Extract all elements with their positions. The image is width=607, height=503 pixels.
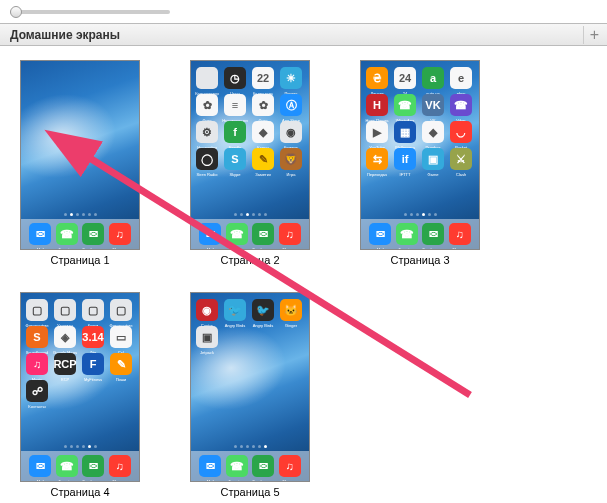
app-icon[interactable]: FMyFitness (82, 353, 104, 375)
app-label: Сообщения (250, 247, 276, 250)
app-icon[interactable]: ☎WhatsApp (394, 94, 416, 116)
app-icon[interactable]: ☎Телефон (56, 223, 78, 245)
app-icon[interactable]: ▢Книги (82, 299, 104, 321)
home-screen-page[interactable]: ▢Фотография▢Утилиты▢Книги▢ФотографияSSou… (20, 292, 140, 498)
app-icon[interactable]: ♫Музыка (109, 455, 131, 477)
app-icon[interactable]: ✎Пиши (110, 353, 132, 375)
app-label: Телефон (394, 247, 420, 250)
app-icon[interactable]: 🐦Angry Birds (224, 299, 246, 321)
app-icon[interactable]: ✿Фото (252, 94, 274, 116)
page-label: Страница 1 (20, 254, 140, 266)
app-icon[interactable]: ♫Музыка (449, 223, 471, 245)
app-icon[interactable]: ◆Dropbox (422, 121, 444, 143)
home-screens-grid: ✉Mail☎Телефон✉Сообщения♫МузыкаСтраница 1… (0, 46, 607, 503)
app-label: Музыка (277, 479, 303, 482)
app-icon[interactable]: ☎Телефон (226, 455, 248, 477)
app-icon[interactable]: ▢Фотография (26, 299, 48, 321)
app-icon[interactable]: ⚔Clash (450, 148, 472, 170)
app-icon[interactable]: ▭Cal (110, 326, 132, 348)
app-icon[interactable]: ⒶApp Store (280, 94, 302, 116)
app-icon[interactable]: VKVK (422, 94, 444, 116)
app-icon[interactable]: ▦Wallpapers (394, 121, 416, 143)
home-screen-page[interactable]: ◉Contra🐦Angry Birds🐦Angry Birds🐱Ginger▣J… (190, 292, 310, 498)
app-icon[interactable]: ◆Карты (252, 121, 274, 143)
home-screen-page[interactable]: ✉Mail☎Телефон✉Сообщения♫МузыкаСтраница 1 (20, 60, 140, 266)
app-icon[interactable]: ⚙Настройки (196, 121, 218, 143)
app-icon[interactable]: ◉Contra (196, 299, 218, 321)
app-icon[interactable]: ⇆Перекидач (366, 148, 388, 170)
app-icon[interactable]: 2424 (394, 67, 416, 89)
app-grid: Калькулятор◷Часы22Календарь☀Погода✿Фото≡… (196, 67, 304, 170)
app-label: Mail (197, 479, 223, 482)
app-label: Mail (367, 247, 393, 250)
dock: ✉Mail☎Телефон✉Сообщения♫Музыка (191, 451, 309, 481)
plus-icon: + (590, 26, 599, 44)
app-label: Телефон (54, 479, 80, 482)
app-icon[interactable]: ✉Mail (29, 223, 51, 245)
app-icon[interactable]: ♫Музыка (109, 223, 131, 245)
zoom-slider[interactable] (10, 10, 170, 14)
app-icon[interactable]: ▢Утилиты (54, 299, 76, 321)
app-icon[interactable]: ≡Напоминания (224, 94, 246, 116)
screen-thumbnail[interactable]: ₴Деньги2424aauto.uaeebayННова Пошта☎What… (360, 60, 480, 250)
app-icon[interactable]: 🦁Игра (280, 148, 302, 170)
app-icon[interactable]: ✉Сообщения (82, 223, 104, 245)
app-icon[interactable]: 🐦Angry Birds (252, 299, 274, 321)
app-icon[interactable]: ◈Google Maps (54, 326, 76, 348)
add-page-button[interactable]: + (583, 26, 601, 44)
home-screen-page[interactable]: Калькулятор◷Часы22Календарь☀Погода✿Фото≡… (190, 60, 310, 266)
app-icon[interactable]: 🐱Ginger (280, 299, 302, 321)
app-icon[interactable]: ☎Viber (450, 94, 472, 116)
app-icon[interactable]: 3.14Zite (82, 326, 104, 348)
app-icon[interactable]: ✉Mail (199, 455, 221, 477)
app-icon[interactable]: ♫Музыка (279, 455, 301, 477)
app-icon[interactable]: ifIFTTT (394, 148, 416, 170)
app-icon[interactable]: ✉Mail (199, 223, 221, 245)
dock: ✉Mail☎Телефон✉Сообщения♫Музыка (21, 219, 139, 249)
app-icon[interactable]: fFeedly (224, 121, 246, 143)
app-icon[interactable]: ◷Часы (224, 67, 246, 89)
app-label: Заметки (250, 172, 276, 177)
app-icon[interactable]: ✉Mail (369, 223, 391, 245)
page-indicator (191, 445, 309, 448)
app-icon[interactable]: 22Календарь (252, 67, 274, 89)
app-icon[interactable]: ▶YouTube (366, 121, 388, 143)
app-icon[interactable]: ☀Погода (280, 67, 302, 89)
screen-thumbnail[interactable]: ◉Contra🐦Angry Birds🐦Angry Birds🐱Ginger▣J… (190, 292, 310, 482)
app-icon[interactable]: ◯Siren Radio (196, 148, 218, 170)
app-icon[interactable]: aauto.ua (422, 67, 444, 89)
screen-thumbnail[interactable]: ✉Mail☎Телефон✉Сообщения♫Музыка (20, 60, 140, 250)
app-icon[interactable]: ▢Фотография (110, 299, 132, 321)
app-icon[interactable]: ✿Фото (196, 94, 218, 116)
app-icon[interactable]: RCPRCP (54, 353, 76, 375)
app-label: Музыка (107, 479, 133, 482)
app-icon[interactable]: ✉Сообщения (82, 455, 104, 477)
app-icon[interactable]: ☎Телефон (226, 223, 248, 245)
screen-thumbnail[interactable]: Калькулятор◷Часы22Календарь☀Погода✿Фото≡… (190, 60, 310, 250)
home-screen-page[interactable]: ₴Деньги2424aauto.uaeebayННова Пошта☎What… (360, 60, 480, 266)
app-icon[interactable]: ₴Деньги (366, 67, 388, 89)
app-icon[interactable]: SSoundhound (26, 326, 48, 348)
app-icon[interactable]: ✉Mail (29, 455, 51, 477)
app-icon[interactable]: eebay (450, 67, 472, 89)
zoom-slider-thumb[interactable] (10, 6, 22, 18)
app-label: IFTTT (392, 172, 418, 177)
app-icon[interactable]: ▣Jetpack (196, 326, 218, 348)
app-icon[interactable]: ННова Пошта (366, 94, 388, 116)
app-icon[interactable]: ☍Контакты (26, 380, 48, 402)
app-icon[interactable]: ✉Сообщения (252, 223, 274, 245)
app-icon[interactable]: ▣Game (422, 148, 444, 170)
app-icon[interactable]: ✉Сообщения (252, 455, 274, 477)
app-icon[interactable]: ♫Music (26, 353, 48, 375)
app-icon[interactable]: Калькулятор (196, 67, 218, 89)
app-icon[interactable]: ☎Телефон (396, 223, 418, 245)
dock: ✉Mail☎Телефон✉Сообщения♫Музыка (191, 219, 309, 249)
app-icon[interactable]: ♫Музыка (279, 223, 301, 245)
app-icon[interactable]: ◡Pocket (450, 121, 472, 143)
app-icon[interactable]: ✎Заметки (252, 148, 274, 170)
app-icon[interactable]: SSkype (224, 148, 246, 170)
app-icon[interactable]: ✉Сообщения (422, 223, 444, 245)
app-icon[interactable]: ◉Камера (280, 121, 302, 143)
screen-thumbnail[interactable]: ▢Фотография▢Утилиты▢Книги▢ФотографияSSou… (20, 292, 140, 482)
app-icon[interactable]: ☎Телефон (56, 455, 78, 477)
